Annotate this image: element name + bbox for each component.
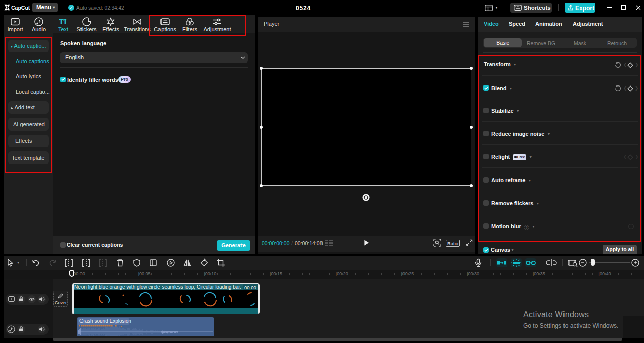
svg-text:TI: TI: [59, 18, 67, 26]
